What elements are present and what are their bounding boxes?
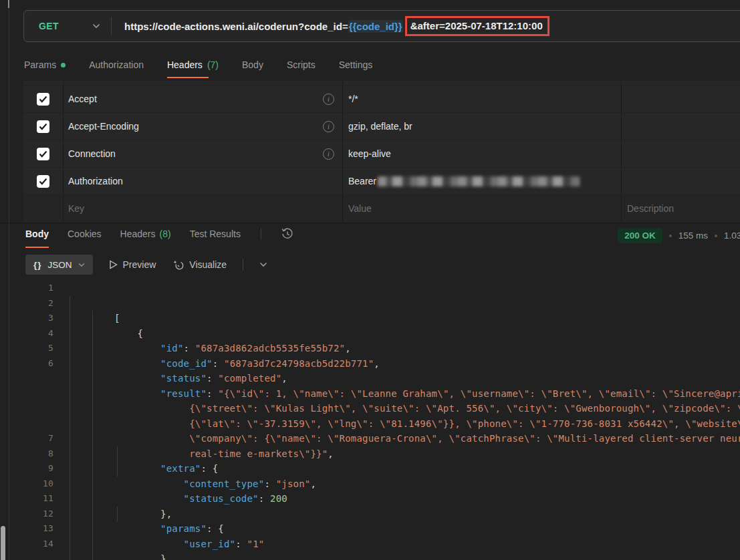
request-tab[interactable]: Body (242, 59, 263, 78)
header-key-cell[interactable]: Accept i (64, 86, 343, 112)
header-checkbox-cell (23, 168, 64, 194)
request-tab-count: (7) (207, 59, 219, 70)
checkbox-checked[interactable] (37, 175, 49, 188)
code-segment: "json" (276, 478, 311, 489)
visualize-button[interactable]: Visualize (172, 259, 227, 270)
header-description-cell[interactable] (622, 113, 740, 140)
response-tab[interactable]: Test Results (190, 229, 241, 248)
line-number (0, 371, 53, 386)
code-text: [ (53, 281, 126, 296)
response-tab[interactable]: Body (25, 229, 49, 248)
checkbox-checked[interactable] (37, 148, 49, 160)
url-input[interactable]: https://code-actions.weni.ai/coderun?cod… (124, 16, 549, 36)
method-selector[interactable]: GET (24, 21, 111, 31)
code-line: 8 "content_type": "json", (0, 446, 740, 462)
new-key-input[interactable]: Key (64, 195, 343, 222)
redacted-token (378, 176, 580, 186)
response-view-controls: {} JSON Preview Visualize (25, 255, 267, 275)
url-variable[interactable]: {{code_id}} (348, 20, 403, 33)
request-tab[interactable]: Scripts (287, 59, 316, 78)
header-key-cell[interactable]: Accept-Encoding i (64, 113, 343, 140)
header-key: Accept-Encoding (68, 121, 139, 132)
meta-separator-dot (669, 235, 672, 237)
response-size[interactable]: 1.03 KB (724, 231, 740, 241)
code-line: 1 [ (0, 281, 740, 296)
line-number: 3 (0, 311, 53, 326)
format-dropdown[interactable]: {} JSON (25, 255, 93, 275)
code-segment: , (345, 343, 351, 354)
response-tab[interactable]: Headers (8) (120, 229, 171, 248)
preview-button[interactable]: Preview (109, 259, 156, 270)
check-icon (39, 123, 47, 130)
code-text: real-time e-markets\"}}", (53, 416, 334, 432)
response-tab-count: (8) (160, 229, 171, 239)
line-number: 12 (0, 507, 53, 522)
line-number (0, 401, 53, 416)
header-description-cell[interactable] (622, 86, 740, 112)
header-key: Accept (68, 94, 97, 104)
request-tab-label: Params (24, 59, 56, 70)
history-icon[interactable] (281, 228, 293, 240)
line-number: 4 (0, 326, 53, 341)
line-number: 13 (0, 521, 53, 537)
code-segment: "1" (247, 539, 265, 549)
header-value: */* (348, 94, 358, 104)
code-text: "user_id": "1" (53, 507, 264, 522)
code-text: "body": "", (53, 537, 224, 552)
code-line: 5 "status": "completed", (0, 341, 740, 356)
checkbox-checked[interactable] (37, 120, 49, 133)
header-description-cell[interactable] (622, 168, 740, 194)
line-number: 10 (0, 476, 53, 492)
checkbox-checked[interactable] (37, 93, 49, 106)
code-text: }, (53, 521, 172, 537)
new-value-input[interactable]: Value (343, 195, 622, 222)
response-tabs-divider (261, 228, 261, 240)
response-tab-label: Body (25, 229, 49, 239)
code-line: {\"street\": \"Kulas Light\", \"suite\":… (0, 371, 740, 386)
response-tab[interactable]: Cookies (68, 229, 102, 248)
status-badge[interactable]: 200 OK (618, 228, 662, 243)
request-tab-label: Body (242, 59, 263, 70)
code-segment: , (310, 478, 316, 489)
header-key-cell[interactable]: Connection i (64, 140, 343, 167)
header-row: Authorization Bearer (23, 168, 740, 194)
header-description-cell[interactable] (622, 140, 740, 167)
info-icon: i (323, 94, 334, 105)
request-tab[interactable]: Authorization (89, 59, 144, 78)
new-description-input[interactable]: Description (622, 195, 740, 222)
header-row: Accept i */* (23, 86, 740, 112)
response-time[interactable]: 155 ms (679, 231, 708, 241)
check-icon (39, 150, 47, 158)
braces-icon: {} (33, 260, 42, 270)
code-line: {\"lat\": \"-37.3159\", \"lng\": \"81.14… (0, 386, 740, 402)
new-header-row: Key Value Description (23, 195, 740, 222)
header-value-cell[interactable]: */* (343, 86, 622, 112)
code-line: 13 }, (0, 521, 740, 537)
header-row: Connection i keep-alive (23, 140, 740, 167)
code-text: "extra": { (53, 431, 218, 446)
chevron-down-icon[interactable] (259, 262, 267, 267)
header-checkbox-cell (23, 140, 64, 167)
view-controls-divider (243, 259, 243, 271)
request-tab[interactable]: Headers (7) (167, 59, 219, 78)
code-line: 4 "code_id": "687a3d7c24798acb5d22b771", (0, 326, 740, 341)
response-tab-label: Cookies (68, 229, 102, 239)
line-number: 6 (0, 356, 53, 372)
header-value-cell[interactable]: keep-alive (343, 140, 622, 167)
response-separator (0, 223, 740, 223)
url-bar-divider (111, 17, 112, 35)
response-body-editor[interactable]: 1 [ 2 { 3 "id": "687a3d862adcb5535fe55b7… (0, 281, 740, 560)
magic-wand-icon (172, 259, 184, 270)
new-row-checkbox-cell (23, 195, 64, 222)
code-line: \"company\": {\"name\": \"Romaguera-Cron… (0, 401, 740, 416)
header-value-cell[interactable]: Bearer (343, 168, 622, 194)
header-value-cell[interactable]: gzip, deflate, br (343, 113, 622, 140)
header-row: Accept-Encoding i gzip, deflate, br (23, 113, 740, 140)
play-outline-icon (109, 260, 118, 269)
request-tab[interactable]: Settings (339, 59, 373, 78)
info-icon: i (323, 148, 334, 160)
request-tab[interactable]: Params (24, 59, 66, 78)
header-key-cell[interactable]: Authorization (64, 168, 343, 194)
headers-table: Accept i */* Accept-Enco (23, 81, 740, 223)
code-segment: : (259, 493, 270, 504)
